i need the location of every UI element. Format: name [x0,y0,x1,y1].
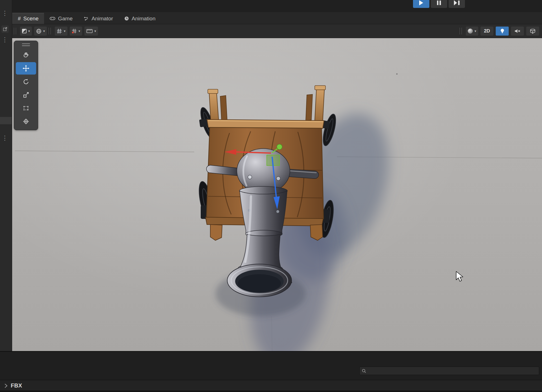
pause-icon [437,1,438,5]
chevron-down-icon: ▾ [94,29,96,33]
animator-icon [84,17,89,21]
play-button[interactable] [413,0,429,8]
shaded-sphere-icon [468,29,473,34]
2d-label: 2D [484,28,490,34]
kebab-menu-icon[interactable]: ⋮ [2,10,8,16]
gizmo-y-handle[interactable] [277,144,282,150]
mouse-cursor [456,271,463,281]
ruler-icon [86,29,93,33]
overlay-drag-handle-icon[interactable] [22,43,30,46]
globe-icon [36,29,41,34]
tab-game[interactable]: Game [44,13,78,24]
draw-mode-dropdown[interactable]: ▾ [20,27,32,36]
barrel-mid [240,191,287,236]
toolbar-separator [14,28,16,34]
chevron-right-icon [5,384,8,388]
tab-label: Animator [91,16,113,22]
scale-icon [23,92,29,98]
tab-animation[interactable]: Animation [119,13,161,24]
search-icon [362,369,366,373]
tab-scene[interactable]: # Scene [12,13,44,24]
transform-tool-button[interactable] [16,115,36,128]
step-button[interactable] [449,0,465,8]
popout-window-icon[interactable] [1,25,9,33]
rivet [276,210,279,213]
carriage-rails [208,86,325,123]
audio-mute-toggle[interactable] [511,27,524,36]
chevron-down-icon: ▾ [64,29,65,33]
tools-overlay[interactable] [14,41,38,130]
audio-muted-icon [514,29,521,34]
clock-icon [124,16,129,21]
chevron-down-icon: ▾ [78,29,80,33]
tab-label: Game [58,16,73,22]
snap-grid-icon [72,29,77,34]
tool-handle-dropdown[interactable]: ▾ [84,27,98,36]
scene-speck [396,73,398,75]
rect-tool-icon [23,105,29,112]
carriage-foot-left [210,225,222,240]
toolbar-separator [460,28,462,34]
bottom-panel: FBX [0,351,542,392]
view-tabbar: # Scene Game Animator Animation [12,12,542,24]
step-icon [454,0,457,5]
grid-visibility-dropdown[interactable]: ▾ [55,27,67,36]
tab-label: Animation [132,16,156,22]
chevron-down-icon: ▾ [43,29,45,33]
scene-lighting-toggle[interactable] [496,27,509,36]
hand-icon [23,52,29,58]
rotate-tool-button[interactable] [16,75,36,88]
kebab-menu-icon[interactable]: ⋮ [2,37,8,43]
barrel-lower [240,234,281,269]
scene-view-toolbar: ▾ ▾ ▾ ▾ ▾ ▾ 2D [12,24,542,38]
toolbar-separator [49,28,51,34]
tab-animator[interactable]: Animator [78,13,119,24]
move-tool-button[interactable] [16,62,36,75]
scene-visibility-dropdown[interactable]: ▾ [34,27,47,36]
editor-topbar [12,0,542,12]
muzzle-bore-inner [238,274,281,292]
tab-label: Scene [23,16,39,22]
fbx-label: FBX [11,382,22,389]
window-bottom-edge [0,391,542,392]
gizmos-toggle[interactable] [526,27,539,36]
fbx-foldout-row[interactable]: FBX [0,380,542,391]
transform-icon [23,118,29,125]
scale-tool-button[interactable] [16,89,36,101]
search-input[interactable] [368,369,537,373]
shading-mode-dropdown[interactable]: ▾ [466,27,478,36]
play-icon [419,0,423,5]
pause-button[interactable] [431,0,447,8]
gamepad-icon [50,17,55,20]
lightbulb-icon [500,28,505,34]
rotate-icon [23,78,29,85]
kebab-menu-icon[interactable]: ⋮ [2,135,8,141]
move-icon [22,65,30,72]
2d-toggle-button[interactable]: 2D [480,27,493,36]
scene-viewport[interactable] [12,38,542,351]
chevron-down-icon: ▾ [28,29,30,33]
chevron-down-icon: ▾ [475,29,476,33]
grid-lines-icon [57,29,62,34]
draw-mode-icon [22,29,27,33]
snap-active-dot [72,32,74,33]
grid-icon: # [18,16,21,22]
scene-render [12,38,542,351]
snap-settings-dropdown[interactable]: ▾ [70,27,82,36]
playback-controls [413,0,465,8]
unity-editor-window: ⋮ ⋮ ⋮ # Scene Game Anima [0,0,542,392]
dock-tab-highlight[interactable] [0,117,12,124]
rivet [276,177,280,180]
view-hand-tool-button[interactable] [16,49,36,61]
rivet [248,175,252,179]
left-dock-strip: ⋮ ⋮ ⋮ [0,0,12,351]
search-box[interactable] [359,367,539,375]
rect-tool-button[interactable] [16,102,36,114]
gizmos-layers-icon [530,29,536,34]
